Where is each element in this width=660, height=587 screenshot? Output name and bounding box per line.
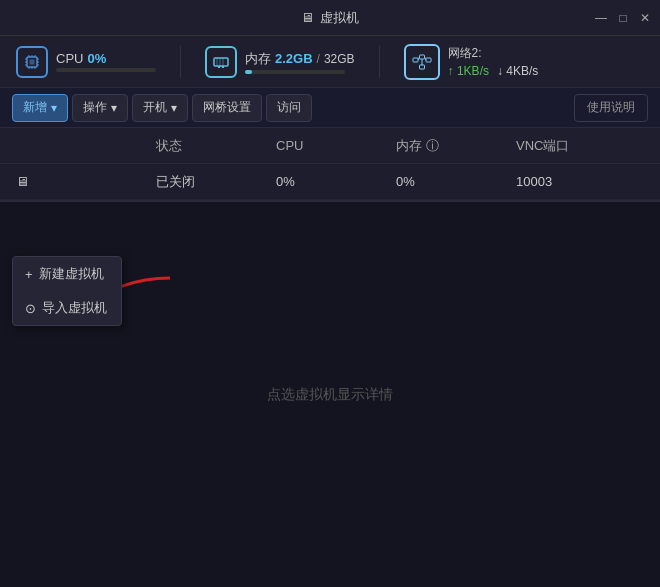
visit-button[interactable]: 访问 [266,94,312,122]
th-vnc: VNC端口 [508,137,652,155]
maximize-button[interactable]: □ [616,11,630,25]
toolbar: 新增 ▾ 操作 ▾ 开机 ▾ 网桥设置 访问 使用说明 [0,88,660,128]
table-row[interactable]: 🖥 已关闭 0% 0% 10003 [0,164,660,200]
net-up: ↑ 1KB/s [448,64,489,78]
op-chevron-icon: ▾ [111,101,117,115]
boot-button[interactable]: 开机 ▾ [132,94,188,122]
cpu-stat: CPU 0% [16,46,156,78]
new-button-label: 新增 [23,99,47,116]
vm-vnc-cell: 10003 [508,174,652,189]
minimize-button[interactable]: — [594,11,608,25]
new-chevron-icon: ▾ [51,101,57,115]
dropdown-menu: + 新建虚拟机 ⊙ 导入虚拟机 [12,256,122,326]
dropdown-import-vm[interactable]: ⊙ 导入虚拟机 [13,291,121,325]
mem-icon [205,46,237,78]
svg-line-24 [418,57,420,60]
divider-1 [180,46,181,78]
op-button[interactable]: 操作 ▾ [72,94,128,122]
net-stat: 网络2: ↑ 1KB/s ↓ 4KB/s [404,44,539,80]
new-vm-label: 新建虚拟机 [39,265,104,283]
vm-cpu-cell: 0% [268,174,388,189]
cpu-value: 0% [87,51,106,66]
svg-rect-22 [426,58,431,62]
bridge-button-label: 网桥设置 [203,99,251,116]
th-mem: 内存 ⓘ [388,137,508,155]
svg-rect-21 [419,55,424,59]
boot-button-label: 开机 [143,99,167,116]
mem-info: 内存 2.2GB / 32GB [245,50,355,74]
th-cpu: CPU [268,138,388,153]
title-bar: 🖥 虚拟机 — □ ✕ [0,0,660,36]
new-button[interactable]: 新增 ▾ [12,94,68,122]
vm-table: 状态 CPU 内存 ⓘ VNC端口 🖥 已关闭 0% 0% 10003 [0,128,660,200]
cpu-info: CPU 0% [56,51,156,72]
vm-mem-cell: 0% [388,174,508,189]
import-vm-label: 导入虚拟机 [42,299,107,317]
mem-bar-track [245,70,345,74]
dropdown-new-vm[interactable]: + 新建虚拟机 [13,257,121,291]
app-title: 🖥 虚拟机 [301,9,359,27]
main-area: 状态 CPU 内存 ⓘ VNC端口 🖥 已关闭 0% 0% 10003 + 新建… [0,128,660,587]
add-icon: + [25,267,33,282]
table-header: 状态 CPU 内存 ⓘ VNC端口 [0,128,660,164]
net-down: ↓ 4KB/s [497,64,538,78]
mem-stat: 内存 2.2GB / 32GB [205,46,355,78]
vm-name-cell: 🖥 [8,174,148,189]
op-button-label: 操作 [83,99,107,116]
svg-rect-19 [222,66,224,68]
visit-button-label: 访问 [277,99,301,116]
svg-rect-1 [30,59,35,64]
vm-icon: 🖥 [16,174,29,189]
vm-status-cell: 已关闭 [148,173,268,191]
boot-chevron-icon: ▾ [171,101,177,115]
net-label: 网络2: [448,45,539,62]
import-icon: ⊙ [25,301,36,316]
divider-2 [379,46,380,78]
mem-label: 内存 [245,50,271,68]
net-icon [404,44,440,80]
detail-placeholder: 点选虚拟机显示详情 [267,386,393,404]
svg-line-25 [424,57,426,60]
mem-total: 32GB [324,52,355,66]
cpu-icon [16,46,48,78]
help-button[interactable]: 使用说明 [574,94,648,122]
mem-used: 2.2GB [275,51,313,66]
app-title-text: 虚拟机 [320,9,359,27]
svg-rect-23 [419,65,424,69]
stats-bar: CPU 0% 内存 2.2GB / 32GB [0,36,660,88]
net-info: 网络2: ↑ 1KB/s ↓ 4KB/s [448,45,539,78]
close-button[interactable]: ✕ [638,11,652,25]
window-controls: — □ ✕ [594,11,652,25]
help-button-label: 使用说明 [587,100,635,114]
bridge-button[interactable]: 网桥设置 [192,94,262,122]
mem-bar-fill [245,70,252,74]
cpu-label: CPU [56,51,83,66]
cpu-bar-track [56,68,156,72]
svg-rect-14 [214,58,228,66]
th-status: 状态 [148,137,268,155]
svg-rect-20 [413,58,418,62]
svg-rect-18 [218,66,220,68]
app-icon: 🖥 [301,10,314,25]
